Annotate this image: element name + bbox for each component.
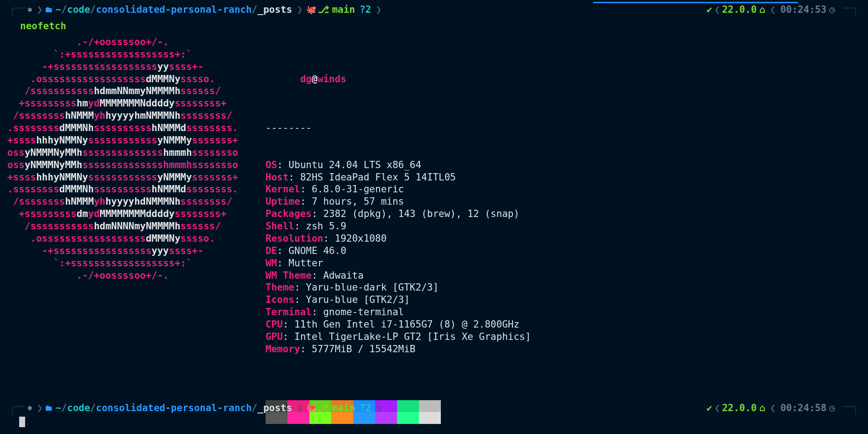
git-icon: 🐙 [304,4,318,15]
chevron-left-icon: ❮ [768,3,778,16]
info-label: Resolution [266,233,323,244]
info-label: Memory [266,344,300,355]
command-text: neofetch [20,21,66,32]
info-label: Host [266,172,289,183]
system-info: dg@winds -------- OS: Ubuntu 24.04 LTS x… [266,36,531,434]
folder-icon: 🖿 [45,4,56,15]
path-tilde: ~ [56,402,62,414]
info-label: Theme [266,282,294,293]
chevron-right-icon: ❯ [371,402,383,414]
info-row: Uptime: 7 hours, 57 mins [266,196,531,208]
os-icon: ✲ [25,403,35,413]
clock-time: 00:24:53 [778,4,829,16]
chevron-right-icon: ❯ [371,3,383,16]
info-row: Resolution: 1920x1080 [266,233,531,245]
info-value: : Adwaita [312,270,364,281]
git-icon: 🐙 [304,402,318,413]
info-label: Icons [266,294,294,305]
info-label: Uptime [266,196,300,207]
prompt-bottom: ╭─ ✲ ❯ 🖿 ~/code/consolidated-personal-ra… [0,400,868,416]
path-seg-dir: _posts [257,4,292,16]
path-seg-code: code [67,402,90,414]
info-row: GPU: Intel TigerLake-LP GT2 [Iris Xe Gra… [266,331,531,343]
info-label: Terminal [266,307,312,318]
info-separator: -------- [266,122,531,134]
clock-time: 00:24:58 [778,402,829,414]
path-seg-dir: _posts [257,402,292,414]
info-label: GPU [266,331,283,342]
info-row: Terminal: gnome-terminal [266,306,531,318]
info-at: @ [312,74,318,85]
clock-icon: ◷ [829,4,835,16]
info-value: : 6.8.0-31-generic [300,184,404,195]
info-label: DE [266,245,277,256]
info-row: Shell: zsh 5.9 [266,220,531,233]
path-tilde: ~ [56,4,62,16]
cursor[interactable] [19,417,25,427]
node-version: 22.0.0 [722,402,757,414]
info-row: CPU: 11th Gen Intel i7-1165G7 (8) @ 2.80… [266,318,531,331]
info-row: WM: Mutter [266,257,531,270]
info-row: Host: 82HS IdeaPad Flex 5 14ITL05 [266,171,531,184]
ascii-logo: .-/+oossssoo+/-. `:+ssssssssssssssssss+:… [7,36,266,434]
info-value: : 5777MiB / 15542MiB [300,344,416,355]
info-row: WM Theme: Adwaita [266,270,531,282]
info-label: Kernel [266,184,300,195]
info-value: : gnome-terminal [312,307,404,318]
info-label: WM [266,258,277,269]
info-value: : GNOME 46.0 [277,245,346,256]
git-status: ?2 [355,4,371,16]
info-value: : zsh 5.9 [294,221,346,232]
status-right-bottom: ✔ ❮ 22.0.0 ⌂ ❮ 00:24:58 ◷ ─╮ [706,402,868,414]
home-icon: ⌂ [757,4,768,16]
path-seg-repo: consolidated-personal-ranch [96,4,251,16]
info-value: : Yaru-blue [GTK2/3] [294,294,410,305]
check-icon: ✔ [706,4,712,16]
clock-icon: ◷ [829,402,835,414]
chevron-right-icon: ❯ [292,3,304,16]
info-row: Kernel: 6.8.0-31-generic [266,183,531,196]
neofetch-output: .-/+oossssoo+/-. `:+ssssssssssssssssss+:… [0,32,868,434]
chevron-left-icon: ❮ [712,402,722,414]
info-label: WM Theme [266,270,312,281]
info-value: : Ubuntu 24.04 LTS x86_64 [277,159,421,170]
path-seg-code: code [67,4,90,16]
git-status: ?2 [355,402,371,414]
status-right-top: ✔ ❮ 22.0.0 ⌂ ❮ 00:24:53 ◷ ─╮ [706,3,868,16]
git-branch: main [329,4,355,16]
folder-icon: 🖿 [45,402,56,413]
os-icon: ✲ [25,5,35,15]
info-value: : Mutter [277,258,323,269]
chevron-left-icon: ❮ [712,3,722,16]
info-row: Theme: Yaru-blue-dark [GTK2/3] [266,281,531,294]
git-branch: main [329,402,355,414]
info-value: : 1920x1080 [323,233,387,244]
node-version: 22.0.0 [722,4,757,16]
info-value: : 7 hours, 57 mins [300,196,404,207]
info-value: : 82HS IdeaPad Flex 5 14ITL05 [288,172,456,183]
info-value: : Yaru-blue-dark [GTK2/3] [294,282,439,293]
info-row: DE: GNOME 46.0 [266,245,531,257]
info-value: : 11th Gen Intel i7-1165G7 (8) @ 2.800GH… [283,319,519,330]
info-user: dg [300,74,312,85]
chevron-right-icon: ❯ [292,402,304,414]
prompt-top: ╭─ ✲ ❯ 🖿 ~/code/consolidated-personal-ra… [0,2,868,17]
info-value: : Intel TigerLake-LP GT2 [Iris Xe Graphi… [283,331,531,342]
chevron-right-icon: ❯ [35,3,44,16]
home-icon: ⌂ [757,402,768,414]
chevron-left-icon: ❮ [768,402,778,414]
info-host: winds [318,74,346,85]
branch-icon: ⎇ [318,4,329,16]
check-icon: ✔ [706,402,712,414]
info-row: OS: Ubuntu 24.04 LTS x86_64 [266,159,531,171]
info-row: Packages: 2382 (dpkg), 143 (brew), 12 (s… [266,208,531,220]
path-seg-repo: consolidated-personal-ranch [96,402,251,414]
chevron-right-icon: ❯ [35,402,44,414]
branch-icon: ⎇ [318,402,329,414]
info-row: Memory: 5777MiB / 15542MiB [266,343,531,355]
command-line[interactable]: neofetch [0,17,868,32]
info-label: OS [266,159,277,170]
info-row: Icons: Yaru-blue [GTK2/3] [266,294,531,306]
info-label: Shell [266,221,294,232]
info-value: : 2382 (dpkg), 143 (brew), 12 (snap) [312,208,519,219]
